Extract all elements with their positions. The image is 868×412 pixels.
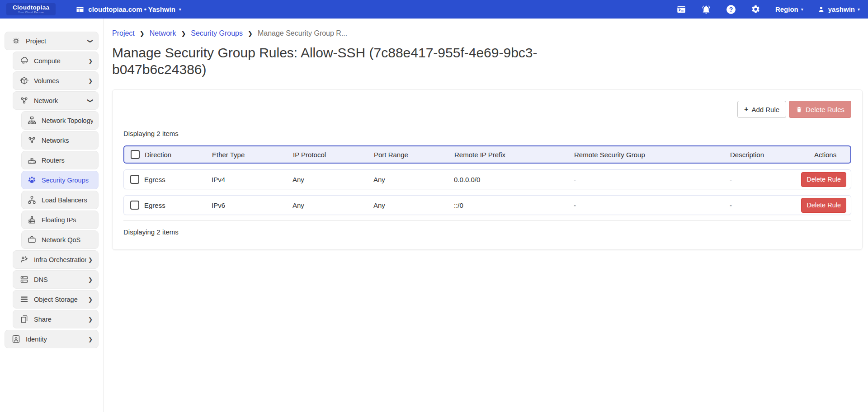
cell-port-range: Any [373, 176, 454, 183]
row-checkbox[interactable] [130, 175, 139, 184]
row-actions-cell: Delete Rule [814, 198, 846, 213]
notifications-button[interactable] [701, 4, 712, 15]
security-rules-panel: + Add Rule Delete Rules Displaying 2 ite… [112, 89, 863, 250]
sidebar-item-label: DNS [34, 276, 86, 283]
column-header: Ether Type [212, 151, 293, 159]
main-content: Project❯Network❯Security Groups❯Manage S… [104, 19, 868, 412]
object-storage-icon [19, 295, 29, 304]
sidebar-item-security-groups[interactable]: Security Groups [21, 171, 99, 189]
sidebar-item-network[interactable]: Network❯ [13, 91, 99, 110]
logo-tagline: Your Cloud Partner [13, 11, 49, 14]
routers-icon [27, 155, 37, 165]
sidebar-item-label: Network QoS [42, 236, 93, 243]
cell-ether-type: IPv6 [212, 201, 292, 209]
sidebar-item-label: Security Groups [42, 177, 93, 184]
sidebar-item-label: Networks [42, 137, 93, 144]
cell-remote-ip-prefix: 0.0.0.0/0 [454, 176, 574, 183]
column-header: Port Range [374, 151, 454, 159]
network-qos-icon [27, 235, 37, 245]
items-count-bottom: Displaying 2 items [123, 220, 851, 237]
chevron-right-icon: ❯ [88, 78, 93, 84]
sidebar-item-floating-ips[interactable]: Floating IPs [21, 211, 99, 229]
help-icon: ? [726, 5, 736, 14]
infra-orchestration-icon [19, 255, 29, 265]
add-rule-label: Add Rule [751, 106, 779, 113]
chevron-down-icon: ❯ [87, 98, 94, 103]
column-header: Description [730, 151, 814, 159]
cell-ip-protocol: Any [292, 201, 373, 209]
delete-rule-button[interactable]: Delete Rule [801, 198, 846, 213]
sidebar-item-label: Network [34, 97, 86, 104]
sidebar-item-network-topology[interactable]: Network Topology [21, 111, 99, 130]
cell-direction: Egress [144, 176, 212, 183]
add-rule-button[interactable]: + Add Rule [737, 101, 786, 118]
sidebar-item-volumes[interactable]: Volumes❯ [13, 71, 99, 90]
caret-down-icon: ▾ [858, 7, 860, 12]
cell-remote-security-group: - [574, 176, 730, 183]
page-title: Manage Security Group Rules: Allow-SSH (… [112, 45, 618, 78]
cell-port-range: Any [373, 201, 454, 209]
select-all-checkbox[interactable] [131, 150, 140, 159]
trash-icon [796, 106, 802, 113]
column-header: Actions [814, 151, 846, 159]
breadcrumb-link[interactable]: Project [112, 29, 135, 37]
table-row: EgressIPv6AnyAny::/0--Delete Rule [123, 195, 851, 215]
security-groups-icon [27, 175, 37, 185]
row-checkbox[interactable] [130, 201, 139, 210]
project-context-dropdown[interactable]: cloudtopiaa.com • Yashwin ▾ [75, 5, 181, 14]
user-menu[interactable]: yashwin ▾ [817, 5, 860, 14]
chevron-right-icon: ❯ [88, 58, 93, 64]
sidebar-item-object-storage[interactable]: Object Storage❯ [13, 290, 99, 309]
sidebar-item-load-balancers[interactable]: Load Balancers [21, 191, 99, 209]
sidebar-item-label: Network Topology [42, 117, 93, 124]
breadcrumb-link[interactable]: Network [150, 29, 176, 37]
settings-button[interactable] [750, 4, 761, 15]
sidebar-item-identity[interactable]: Identity❯ [5, 330, 99, 348]
sidebar-item-compute[interactable]: Compute❯ [13, 52, 99, 70]
table-row: EgressIPv4AnyAny0.0.0.0/0--Delete Rule [123, 169, 851, 189]
app-logo[interactable]: Cloudtopiaa Your Cloud Partner [6, 3, 56, 16]
sidebar-item-label: Load Balancers [42, 197, 93, 204]
chevron-down-icon: ❯ [87, 38, 94, 43]
sidebar-item-dns[interactable]: DNS❯ [13, 270, 99, 289]
items-count-top: Displaying 2 items [123, 130, 851, 137]
console-button[interactable] [676, 4, 687, 15]
sidebar-item-label: Share [34, 316, 86, 323]
breadcrumb-separator-icon: ❯ [140, 30, 145, 37]
user-icon [817, 5, 826, 14]
cell-ip-protocol: Any [292, 176, 373, 183]
sidebar-item-infra-orchestration[interactable]: Infra Orchestration❯ [13, 250, 99, 269]
table-header-row: DirectionEther TypeIP ProtocolPort Range… [123, 145, 851, 164]
sidebar-item-label: Routers [42, 157, 93, 164]
network-icon [19, 96, 29, 106]
sidebar-item-network-qos[interactable]: Network QoS [21, 230, 99, 249]
delete-rules-button[interactable]: Delete Rules [789, 101, 851, 118]
chevron-right-icon: ❯ [88, 257, 93, 263]
caret-down-icon: ▾ [179, 7, 181, 12]
context-label: cloudtopiaa.com • Yashwin [88, 5, 175, 13]
column-header: IP Protocol [293, 151, 374, 159]
help-button[interactable]: ? [726, 4, 736, 15]
delete-rule-button[interactable]: Delete Rule [801, 172, 846, 187]
header-checkbox-cell [131, 150, 145, 159]
sidebar-item-label: Object Storage [34, 296, 86, 303]
region-dropdown[interactable]: Region ▾ [775, 5, 803, 13]
top-navbar: Cloudtopiaa Your Cloud Partner cloudtopi… [0, 0, 868, 19]
breadcrumb-separator-icon: ❯ [181, 30, 186, 37]
sidebar-item-project[interactable]: Project❯ [5, 32, 99, 50]
sidebar-item-routers[interactable]: Routers [21, 151, 99, 169]
chevron-right-icon: ❯ [88, 296, 93, 303]
navbar-actions: ? Region ▾ yashwin ▾ [676, 4, 860, 15]
cell-remote-ip-prefix: ::/0 [454, 201, 574, 209]
sidebar-nav: Project❯Compute❯Volumes❯Network❯Network … [0, 19, 104, 412]
sidebar-item-label: Infra Orchestration [34, 256, 86, 263]
delete-rules-label: Delete Rules [806, 106, 844, 113]
row-checkbox-cell [130, 175, 144, 184]
panel-actions: + Add Rule Delete Rules [123, 101, 851, 118]
volumes-icon [19, 76, 29, 86]
sidebar-item-share[interactable]: Share❯ [13, 310, 99, 328]
identity-icon [11, 334, 21, 344]
sidebar-item-networks[interactable]: Networks [21, 131, 99, 150]
load-balancers-icon [27, 195, 37, 205]
breadcrumb-link[interactable]: Security Groups [191, 29, 243, 37]
